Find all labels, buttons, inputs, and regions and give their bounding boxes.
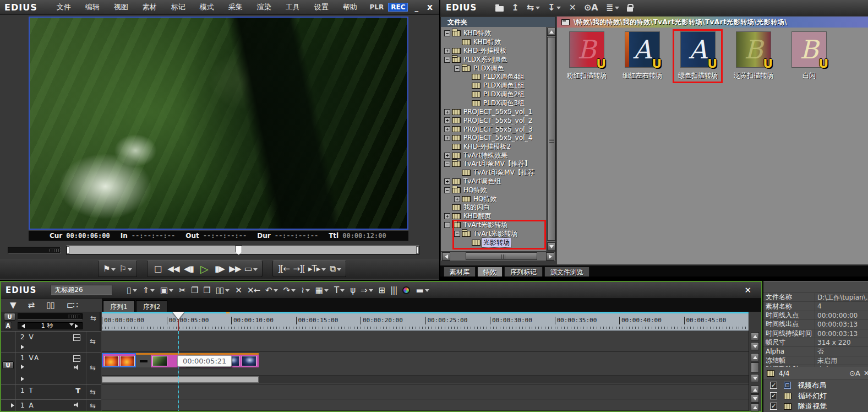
tree-expander-icon[interactable] bbox=[454, 196, 460, 202]
scroll-down-button[interactable] bbox=[547, 242, 555, 251]
effect-property-icon[interactable]: ⊙A bbox=[583, 2, 599, 13]
effect-enabled-checkbox[interactable]: ✓ bbox=[770, 382, 777, 389]
tree-item[interactable]: PROJECT_55x5_vol_2 bbox=[441, 116, 555, 125]
jump-marker-icon[interactable]: ▸T▸ bbox=[308, 264, 326, 274]
title-icon[interactable]: T bbox=[332, 285, 347, 295]
menu-item[interactable]: 模式 bbox=[193, 1, 221, 14]
tree-expander-icon[interactable] bbox=[444, 126, 450, 132]
tree-item[interactable]: PROJECT_55x5_vol_3 bbox=[441, 125, 555, 134]
redo-icon[interactable]: ↷ bbox=[281, 285, 298, 295]
voiceover-icon[interactable]: ψ bbox=[348, 285, 357, 295]
track-header-1a[interactable]: 1 A ⇆ bbox=[1, 399, 101, 411]
add-cut-point-icon[interactable]: ≀ bbox=[299, 285, 312, 295]
tree-expander-icon[interactable] bbox=[444, 161, 450, 167]
tree-expander-icon[interactable] bbox=[444, 135, 450, 141]
swap-icon[interactable]: ⇆ bbox=[90, 314, 96, 322]
tree-expander-icon[interactable] bbox=[444, 213, 450, 219]
tree-expander-icon[interactable] bbox=[444, 153, 450, 159]
applied-effect-row[interactable]: ✓ 循环幻灯 bbox=[763, 391, 868, 401]
scroll-up-button[interactable] bbox=[751, 386, 759, 394]
zoom-slider-handle[interactable] bbox=[68, 315, 80, 318]
goto-in-icon[interactable]: ][← bbox=[277, 264, 290, 274]
sync-mode-icon[interactable]: ⊏∷ bbox=[64, 300, 80, 310]
timeline-ruler[interactable]: 00:00:00:0000:00:05:0000:00:10:0000:00:1… bbox=[102, 312, 749, 331]
remove-effect-icon[interactable]: ✕ bbox=[864, 369, 868, 377]
palette-tab[interactable]: 特效 bbox=[477, 267, 503, 277]
effect-thumbnail[interactable]: B U bbox=[736, 31, 771, 68]
track-header-1va[interactable]: U 1 VA ⇆ bbox=[1, 352, 101, 384]
scroll-thumb[interactable] bbox=[466, 252, 537, 260]
track-header-1t[interactable]: 1 T T ⇆ bbox=[1, 384, 101, 399]
sequence-tab[interactable]: 序列2 bbox=[136, 300, 168, 312]
menu-item[interactable]: 帮助 bbox=[336, 1, 364, 14]
frame-back-icon[interactable]: ◀▮ bbox=[183, 264, 195, 274]
ripple-delete-icon[interactable]: ✕← bbox=[245, 285, 262, 295]
swap-icon[interactable]: ⇆ bbox=[90, 402, 96, 410]
swap-icon[interactable]: ⇆ bbox=[90, 337, 96, 345]
scroll-down-button[interactable] bbox=[751, 394, 759, 403]
set-in-point-icon[interactable]: ⚑ bbox=[103, 264, 116, 274]
tree-item[interactable]: PLDX调色1组 bbox=[441, 82, 555, 90]
rec-button[interactable]: REC bbox=[388, 3, 408, 12]
tree-item[interactable]: PLDX调色2组 bbox=[441, 90, 555, 99]
timeline-clip[interactable] bbox=[102, 353, 136, 367]
track-header-2v[interactable]: 2 V ⇆ bbox=[1, 331, 101, 352]
expand-track-icon[interactable] bbox=[21, 365, 26, 369]
rewind-icon[interactable]: ◀◀ bbox=[167, 264, 179, 274]
tree-item[interactable]: TvArt调色组 bbox=[441, 177, 555, 186]
audio-mixer-icon[interactable]: ||| bbox=[388, 285, 399, 295]
color-correction-icon[interactable] bbox=[400, 286, 412, 294]
sequence-tab[interactable]: 序列1 bbox=[103, 300, 135, 312]
frame-forward-icon[interactable]: ▮▶ bbox=[214, 264, 226, 274]
tree-item[interactable]: PROJECT_55x5_vol_4 bbox=[441, 134, 555, 143]
scroll-down-button[interactable] bbox=[751, 342, 759, 350]
tree-expander-icon[interactable] bbox=[444, 109, 450, 115]
save-project-icon[interactable]: ▣ bbox=[158, 285, 176, 295]
menu-item[interactable]: 素材 bbox=[135, 1, 164, 14]
track-u-button[interactable]: U bbox=[2, 361, 14, 369]
tree-expander-icon[interactable] bbox=[444, 178, 450, 185]
effect-thumbnail[interactable]: B U bbox=[569, 31, 604, 68]
speaker-icon[interactable] bbox=[74, 365, 80, 370]
palette-tab[interactable]: 源文件浏览 bbox=[544, 267, 589, 277]
scroll-left-button[interactable] bbox=[442, 252, 450, 261]
effect-view-icon[interactable]: ⊙A bbox=[849, 369, 860, 377]
match-frame-icon[interactable]: ▦ bbox=[313, 285, 331, 295]
position-bar[interactable] bbox=[66, 246, 419, 254]
effect-item[interactable]: B U 泛黄扫描转场 bbox=[736, 31, 771, 80]
menu-item[interactable]: 渲染 bbox=[250, 1, 279, 14]
tree-item[interactable]: PLDX调色3组 bbox=[441, 99, 555, 107]
tree-item[interactable]: PLDX调色 bbox=[441, 64, 555, 73]
lane-1va[interactable]: 00:00:05:21 bbox=[102, 352, 749, 384]
tree-item[interactable]: TvArt特殊效果 bbox=[441, 151, 555, 160]
tree-item[interactable]: PLDX系列调色 bbox=[441, 55, 555, 64]
lane-1a[interactable] bbox=[102, 399, 749, 411]
replace-clip-icon[interactable]: ▯▯ bbox=[214, 285, 232, 295]
close-button[interactable]: ✕ bbox=[744, 285, 751, 295]
open-project-icon[interactable]: ⇑ bbox=[140, 285, 157, 295]
patch-a-button[interactable]: A bbox=[4, 322, 12, 329]
tree-expander-icon[interactable] bbox=[444, 57, 450, 63]
tree-item[interactable]: KHD-外挂模板2 bbox=[441, 142, 555, 151]
palette-tab[interactable]: 序列标记 bbox=[504, 267, 543, 277]
minimize-button[interactable]: _ bbox=[412, 3, 421, 12]
applied-effect-row[interactable]: ✓ 隧道视觉 bbox=[763, 401, 868, 411]
layout-icon[interactable]: ▬ bbox=[413, 285, 431, 295]
set-out-point-icon[interactable]: ⚐ bbox=[119, 264, 132, 274]
patch-u-button[interactable]: U bbox=[4, 313, 15, 321]
scroll-up-button[interactable] bbox=[751, 353, 759, 361]
scroll-thumb[interactable] bbox=[751, 362, 759, 372]
effect-thumbnail[interactable]: B U bbox=[791, 31, 827, 68]
export-clip-icon[interactable]: ⧉ bbox=[329, 264, 341, 274]
tree-expander-icon[interactable] bbox=[444, 187, 450, 193]
up-folder-icon[interactable]: ↥ bbox=[510, 2, 520, 13]
tree-item[interactable]: 我的闪白 bbox=[441, 203, 555, 212]
tree-item[interactable]: HQ特效 bbox=[441, 186, 555, 194]
scroll-up-button[interactable] bbox=[751, 403, 759, 411]
effect-item[interactable]: B U 白闪 bbox=[791, 31, 827, 80]
delete-icon[interactable]: ✕ bbox=[233, 285, 244, 295]
shuttle-handle[interactable] bbox=[49, 248, 61, 252]
lock-icon[interactable] bbox=[626, 2, 634, 13]
tree-item[interactable]: HQ特效 bbox=[441, 194, 555, 203]
tree-expander-icon[interactable] bbox=[444, 117, 450, 123]
